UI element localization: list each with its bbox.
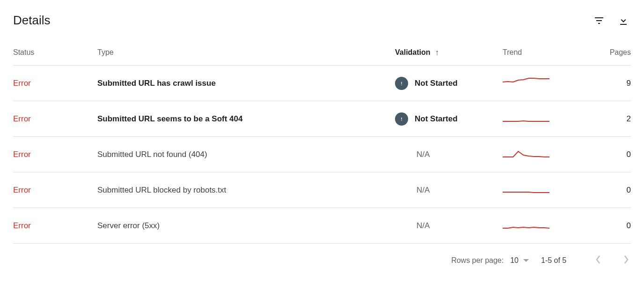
type-cell: Submitted URL blocked by robots.txt (97, 186, 395, 195)
table-row[interactable]: ErrorSubmitted URL not found (404)N/A0 (13, 137, 631, 172)
validation-cell: Not Started (395, 77, 503, 90)
trend-sparkline (503, 146, 601, 163)
next-page-button[interactable] (623, 255, 629, 266)
trend-sparkline (503, 111, 601, 127)
pages-cell: 0 (601, 186, 631, 195)
status-cell: Error (13, 79, 97, 88)
download-icon[interactable] (618, 15, 629, 26)
table-row[interactable]: ErrorSubmitted URL seems to be a Soft 40… (13, 101, 631, 137)
column-header-type[interactable]: Type (97, 48, 395, 57)
chevron-down-icon (523, 259, 529, 262)
pages-cell: 0 (601, 150, 631, 159)
trend-sparkline (503, 217, 601, 234)
column-header-validation-label: Validation (395, 48, 431, 57)
page-title: Details (13, 13, 50, 28)
trend-sparkline (503, 75, 601, 91)
status-cell: Error (13, 186, 97, 195)
warning-icon (395, 77, 408, 90)
rows-per-page-select[interactable]: 10 (510, 256, 529, 265)
validation-label: Not Started (415, 79, 458, 88)
page-range: 1-5 of 5 (541, 256, 574, 265)
previous-page-button[interactable] (595, 255, 601, 266)
validation-label: N/A (395, 150, 430, 159)
type-cell: Server error (5xx) (97, 221, 395, 231)
pages-cell: 2 (601, 114, 631, 124)
filter-icon[interactable] (593, 15, 605, 26)
table-footer: Rows per page: 10 1-5 of 5 (13, 244, 631, 277)
pages-cell: 0 (601, 221, 631, 231)
column-header-status[interactable]: Status (13, 48, 97, 57)
status-cell: Error (13, 221, 97, 231)
table-header: Status Type Validation ↑ Trend Pages (13, 37, 631, 66)
table-row[interactable]: ErrorServer error (5xx)N/A0 (13, 208, 631, 244)
status-cell: Error (13, 150, 97, 159)
status-cell: Error (13, 114, 97, 124)
column-header-trend[interactable]: Trend (503, 48, 601, 57)
type-cell: Submitted URL not found (404) (97, 150, 395, 159)
pages-cell: 9 (601, 79, 631, 88)
validation-cell: N/A (395, 186, 503, 195)
validation-label: N/A (395, 221, 430, 231)
column-header-validation[interactable]: Validation ↑ (395, 48, 503, 57)
rows-per-page-value: 10 (510, 256, 519, 265)
type-cell: Submitted URL has crawl issue (97, 79, 395, 88)
details-table: Status Type Validation ↑ Trend Pages Err… (13, 37, 631, 244)
column-header-pages[interactable]: Pages (601, 48, 631, 57)
table-row[interactable]: ErrorSubmitted URL has crawl issueNot St… (13, 66, 631, 101)
warning-icon (395, 112, 408, 126)
sort-ascending-icon: ↑ (435, 48, 439, 57)
rows-per-page-label: Rows per page: (451, 256, 504, 265)
trend-sparkline (503, 182, 601, 198)
validation-cell: Not Started (395, 112, 503, 126)
table-row[interactable]: ErrorSubmitted URL blocked by robots.txt… (13, 172, 631, 208)
validation-cell: N/A (395, 221, 503, 231)
validation-label: Not Started (415, 114, 458, 124)
validation-label: N/A (395, 186, 430, 195)
type-cell: Submitted URL seems to be a Soft 404 (97, 114, 395, 124)
validation-cell: N/A (395, 150, 503, 159)
